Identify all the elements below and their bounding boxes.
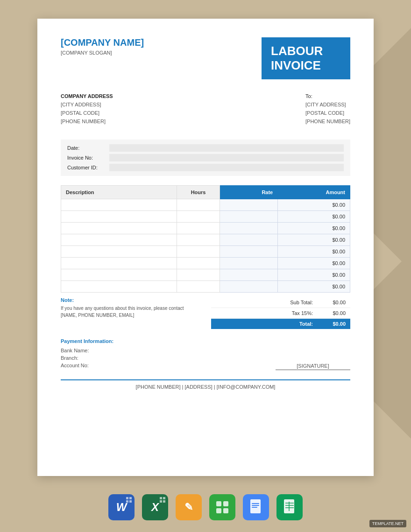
rate-cell[interactable] xyxy=(220,199,278,211)
svg-rect-2 xyxy=(216,508,221,513)
to-label: To: xyxy=(305,93,350,99)
company-address-block: COMPANY ADDRESS [CITY ADDRESS] [POSTAL C… xyxy=(61,93,113,126)
invoice-title: LABOUR INVOICE xyxy=(271,44,341,73)
google-sheets-icon[interactable] xyxy=(276,494,303,520)
col-rate: Rate xyxy=(220,186,278,199)
word-icon[interactable]: W xyxy=(108,494,135,520)
svg-rect-7 xyxy=(252,507,257,508)
subtotal-value: $0.00 xyxy=(318,300,346,305)
amount-cell: $0.00 xyxy=(278,281,350,293)
table-row: $0.00 xyxy=(61,223,350,234)
svg-rect-5 xyxy=(252,503,259,504)
invoice-no-field-row: Invoice No: xyxy=(67,154,344,161)
hours-cell[interactable] xyxy=(177,281,220,293)
bank-name-label: Bank Name: xyxy=(61,348,89,353)
hours-cell[interactable] xyxy=(177,258,220,269)
hours-cell[interactable] xyxy=(177,199,220,211)
desc-cell[interactable] xyxy=(61,246,177,258)
table-row: $0.00 xyxy=(61,211,350,223)
signature-area: [SIGNATURE] xyxy=(276,361,350,370)
svg-rect-0 xyxy=(216,501,221,506)
rate-cell[interactable] xyxy=(220,246,278,258)
amount-cell: $0.00 xyxy=(278,269,350,281)
app-icons-bar: W X ✎ xyxy=(108,494,303,520)
company-slogan: [COMPANY SLOGAN] xyxy=(61,50,144,56)
rate-cell[interactable] xyxy=(220,269,278,281)
amount-cell: $0.00 xyxy=(278,234,350,246)
grand-total-label: Total: xyxy=(216,321,318,327)
invoice-header: [COMPANY NAME] [COMPANY SLOGAN] LABOUR I… xyxy=(61,37,350,79)
rate-cell[interactable] xyxy=(220,258,278,269)
amount-cell: $0.00 xyxy=(278,246,350,258)
note-label: Note: xyxy=(61,297,200,303)
footer-text: [PHONE NUMBER] | [ADDRESS] | [INFO@COMPA… xyxy=(136,384,276,390)
to-phone: [PHONE NUMBER] xyxy=(305,118,350,126)
desc-cell[interactable] xyxy=(61,234,177,246)
company-address-label: COMPANY ADDRESS xyxy=(61,93,113,99)
amount-cell: $0.00 xyxy=(278,211,350,223)
address-section: COMPANY ADDRESS [CITY ADDRESS] [POSTAL C… xyxy=(61,93,350,130)
table-row: $0.00 xyxy=(61,269,350,281)
payment-section-wrapper: Payment Information: Bank Name: Branch: … xyxy=(61,338,350,370)
date-field-row: Date: xyxy=(67,144,344,152)
customer-id-label: Customer ID: xyxy=(67,165,109,170)
desc-cell[interactable] xyxy=(61,211,177,223)
desc-cell[interactable] xyxy=(61,269,177,281)
watermark-badge: TEMPLATE.NET xyxy=(369,520,406,527)
tax-row: Tax 15%: $0.00 xyxy=(211,308,350,319)
hours-cell[interactable] xyxy=(177,234,220,246)
totals-block: Sub Total: $0.00 Tax 15%: $0.00 Total: $… xyxy=(211,297,350,329)
table-row: $0.00 xyxy=(61,199,350,211)
desc-cell[interactable] xyxy=(61,281,177,293)
branch-row: Branch: xyxy=(61,355,113,361)
customer-id-field-row: Customer ID: xyxy=(67,164,344,171)
amount-cell: $0.00 xyxy=(278,199,350,211)
table-row: $0.00 xyxy=(61,281,350,293)
rate-cell[interactable] xyxy=(220,281,278,293)
grand-total-row: Total: $0.00 xyxy=(211,319,350,329)
invoice-no-input[interactable] xyxy=(109,154,344,161)
numbers-icon[interactable] xyxy=(209,494,235,520)
amount-cell: $0.00 xyxy=(278,258,350,269)
subtotal-row: Sub Total: $0.00 xyxy=(211,297,350,308)
account-row: Account No: xyxy=(61,363,113,368)
company-postal: [POSTAL CODE] xyxy=(61,109,113,118)
signature-line: [SIGNATURE] xyxy=(276,363,350,370)
account-label: Account No: xyxy=(61,363,89,368)
invoice-document: [COMPANY NAME] [COMPANY SLOGAN] LABOUR I… xyxy=(37,19,374,476)
col-description: Description xyxy=(61,186,177,199)
company-info-block: [COMPANY NAME] [COMPANY SLOGAN] xyxy=(61,37,144,56)
company-city: [CITY ADDRESS] xyxy=(61,101,113,109)
docs-icon-svg xyxy=(249,499,262,515)
invoice-table: Description Hours Rate Amount $0.00 $0.0… xyxy=(61,185,350,293)
note-text: If you have any questions about this inv… xyxy=(61,305,200,319)
desc-cell[interactable] xyxy=(61,258,177,269)
google-docs-icon[interactable] xyxy=(243,494,269,520)
desc-cell[interactable] xyxy=(61,199,177,211)
bank-name-row: Bank Name: xyxy=(61,348,113,353)
payment-section: Payment Information: Bank Name: Branch: … xyxy=(61,338,113,370)
hours-cell[interactable] xyxy=(177,246,220,258)
numbers-icon-svg xyxy=(215,500,229,514)
col-amount: Amount xyxy=(278,186,350,199)
date-input[interactable] xyxy=(109,144,344,152)
svg-rect-1 xyxy=(223,501,228,506)
table-row: $0.00 xyxy=(61,258,350,269)
excel-icon[interactable]: X xyxy=(142,494,168,520)
rate-cell[interactable] xyxy=(220,211,278,223)
pages-icon[interactable]: ✎ xyxy=(176,494,202,520)
to-city: [CITY ADDRESS] xyxy=(305,101,350,109)
branch-label: Branch: xyxy=(61,355,78,361)
hours-cell[interactable] xyxy=(177,269,220,281)
rate-cell[interactable] xyxy=(220,234,278,246)
desc-cell[interactable] xyxy=(61,223,177,234)
hours-cell[interactable] xyxy=(177,211,220,223)
company-phone: [PHONE NUMBER] xyxy=(61,118,113,126)
rate-cell[interactable] xyxy=(220,223,278,234)
amount-cell: $0.00 xyxy=(278,223,350,234)
svg-rect-6 xyxy=(252,505,259,506)
company-name: [COMPANY NAME] xyxy=(61,37,144,48)
hours-cell[interactable] xyxy=(177,223,220,234)
customer-id-input[interactable] xyxy=(109,164,344,171)
bottom-section: Note: If you have any questions about th… xyxy=(61,297,350,329)
